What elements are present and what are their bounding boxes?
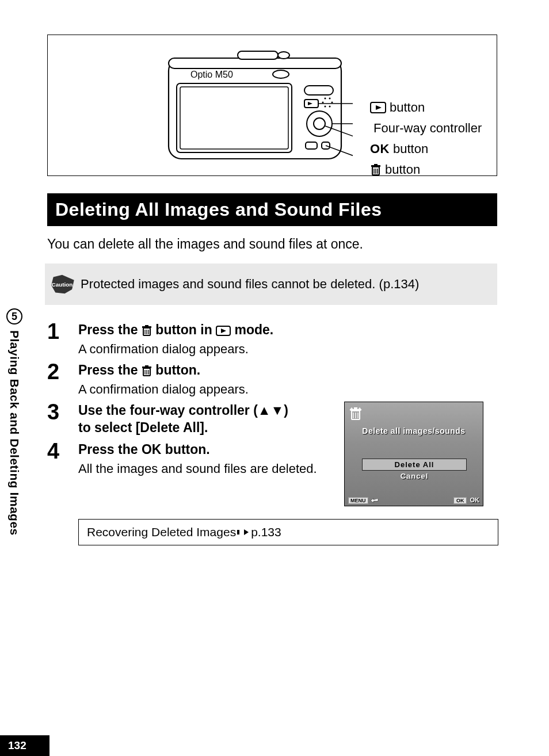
back-arrow-icon	[370, 498, 379, 503]
page-number: 132	[0, 735, 49, 756]
trash-icon	[370, 163, 382, 176]
steps-list: 1 Press the button in mode. A confirmati…	[47, 321, 498, 476]
camera-brand-text: Optio M50	[190, 70, 233, 79]
menu-chip: MENU	[348, 497, 368, 504]
cross-ref-page: p.133	[251, 525, 281, 539]
callout-trash: button	[370, 159, 482, 180]
svg-rect-18	[306, 142, 317, 149]
cross-ref-text: Recovering Deleted Images	[87, 525, 236, 539]
callout-ok-text: button	[393, 139, 428, 159]
svg-point-10	[325, 98, 326, 100]
diagram-callouts: button Four-way controller OK button but…	[370, 97, 482, 180]
callout-playback: button	[370, 97, 482, 118]
step-1-sub: A confirmation dialog appears.	[78, 342, 498, 357]
svg-rect-2	[238, 51, 278, 59]
camera-diagram-box: Optio M50	[47, 35, 497, 176]
page: Optio M50	[0, 0, 549, 756]
step-3-number: 3	[47, 402, 78, 436]
camera-illustration: Optio M50	[163, 45, 353, 166]
trash-icon	[142, 325, 152, 337]
svg-rect-50	[354, 407, 357, 409]
step-1-mid: button in	[155, 322, 216, 337]
svg-point-13	[331, 102, 333, 104]
screenshot-title: Delete all images/sounds	[345, 426, 483, 436]
step-1-post: mode.	[234, 322, 273, 337]
playback-icon	[216, 326, 231, 336]
chapter-title-vertical: Playing Back and Deleting Images	[7, 330, 21, 536]
step-4-number: 4	[47, 441, 78, 476]
svg-point-15	[329, 106, 331, 108]
step-2: 2 Press the button. A confirmation dialo…	[47, 361, 498, 397]
ok-label-bold: OK	[370, 139, 390, 159]
callout-trash-text: button	[385, 159, 420, 180]
ok-chip: OK	[453, 497, 467, 504]
svg-point-3	[278, 52, 289, 59]
step-3-heading-line2: to select [Delete All].	[78, 419, 343, 436]
svg-point-14	[325, 106, 326, 108]
step-2-sub: A confirmation dialog appears.	[78, 382, 498, 397]
pointer-icon	[237, 528, 250, 537]
svg-rect-36	[145, 325, 148, 327]
intro-text: You can delete all the images and sound …	[47, 236, 498, 252]
cross-reference-box: Recovering Deleted Images p.133	[78, 519, 498, 545]
step-4-post: button.	[165, 442, 210, 457]
screenshot-option-cancel[interactable]: Cancel	[362, 471, 467, 482]
svg-point-17	[314, 118, 325, 129]
step-1-heading: Press the button in mode.	[78, 321, 498, 338]
svg-rect-44	[145, 365, 148, 367]
step-1: 1 Press the button in mode. A confirmati…	[47, 321, 498, 357]
playback-icon	[370, 102, 386, 113]
svg-rect-54	[237, 530, 239, 534]
chapter-side-tab: 5 Playing Back and Deleting Images	[0, 305, 29, 587]
caution-icon: Caution	[48, 274, 76, 295]
step-3-heading-line1: Use the four-way controller (▲▼)	[78, 402, 343, 419]
chapter-number-circle: 5	[6, 308, 22, 324]
step-1-number: 1	[47, 321, 78, 357]
step-4-heading: Press the OK button.	[78, 441, 343, 458]
caution-text: Protected images and sound files cannot …	[81, 277, 419, 292]
step-2-post: button.	[155, 362, 200, 377]
step-3: 3 Use the four-way controller (▲▼) to se…	[47, 402, 498, 436]
section-title: Deleting All Images and Sound Files	[47, 193, 497, 226]
svg-rect-7	[304, 86, 333, 95]
screenshot-option-delete-all[interactable]: Delete All	[362, 459, 467, 471]
svg-point-4	[273, 70, 289, 78]
callout-fourway: Four-way controller	[370, 118, 482, 139]
svg-rect-49	[350, 409, 361, 411]
step-4-sub: All the images and sound files are delet…	[78, 461, 343, 476]
svg-text:Caution: Caution	[52, 281, 73, 288]
svg-rect-6	[180, 87, 288, 149]
callout-fourway-text: Four-way controller	[373, 118, 482, 139]
screenshot-menu: Delete All Cancel	[362, 459, 467, 482]
callout-playback-text: button	[390, 97, 425, 118]
step-4-pre: Press the	[78, 442, 142, 457]
screenshot-menu-hint: MENU	[348, 497, 379, 503]
step-2-pre: Press the	[78, 362, 142, 377]
caution-bar: Caution Protected images and sound files…	[45, 264, 497, 305]
step-2-heading: Press the button.	[78, 361, 498, 379]
svg-point-12	[322, 102, 324, 104]
screenshot-bottom-bar: MENU OK OK	[348, 497, 479, 503]
step-1-pre: Press the	[78, 322, 142, 337]
trash-icon	[142, 365, 152, 377]
svg-point-11	[329, 98, 331, 100]
trash-icon	[349, 407, 362, 421]
ok-hint-text: OK	[470, 497, 480, 503]
camera-lcd-screenshot: Delete all images/sounds Delete All Canc…	[344, 402, 483, 506]
svg-rect-28	[374, 164, 378, 166]
ok-label-inline: OK	[142, 442, 162, 457]
step-2-number: 2	[47, 361, 78, 397]
screenshot-ok-hint: OK OK	[453, 497, 479, 503]
callout-ok: OK button	[370, 139, 482, 159]
